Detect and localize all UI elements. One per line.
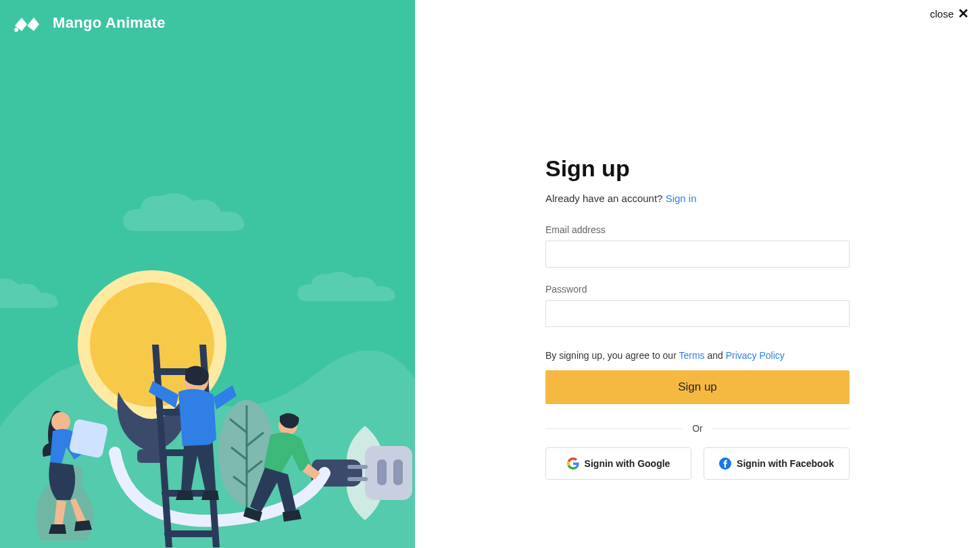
svg-rect-5	[365, 446, 412, 500]
divider-line-left	[545, 428, 683, 429]
google-icon	[567, 457, 579, 470]
illustration-scene	[0, 0, 415, 548]
agree-line: By signing up, you agree to our Terms an…	[545, 350, 850, 361]
already-account-text: Already have an account?	[545, 193, 666, 204]
svg-point-18	[51, 412, 70, 431]
email-label: Email address	[545, 224, 850, 235]
signin-link[interactable]: Sign in	[666, 193, 697, 204]
or-label: Or	[692, 423, 703, 434]
or-divider: Or	[545, 423, 850, 434]
form-panel: close ✕ Sign up Already have an account?…	[415, 0, 980, 548]
svg-rect-19	[68, 418, 108, 458]
facebook-signin-label: Signin with Facebook	[737, 458, 834, 469]
close-button[interactable]: close ✕	[930, 7, 969, 20]
email-field[interactable]	[545, 241, 850, 268]
svg-rect-8	[347, 465, 368, 469]
google-signin-label: Signin with Google	[585, 458, 670, 469]
signup-button[interactable]: Sign up	[545, 370, 850, 404]
svg-rect-7	[393, 459, 403, 485]
facebook-icon	[719, 457, 731, 470]
google-signin-button[interactable]: Signin with Google	[545, 447, 691, 480]
password-label: Password	[545, 284, 850, 295]
svg-rect-6	[377, 459, 387, 485]
terms-link[interactable]: Terms	[679, 350, 704, 361]
close-label: close	[930, 8, 954, 20]
already-account-line: Already have an account? Sign in	[545, 193, 850, 204]
social-buttons: Signin with Google Signin with Facebook	[545, 447, 850, 480]
signup-form: Sign up Already have an account? Sign in…	[545, 155, 850, 480]
agree-and: and	[705, 350, 726, 361]
close-icon: ✕	[958, 7, 969, 20]
facebook-signin-button[interactable]: Signin with Facebook	[704, 447, 850, 480]
privacy-link[interactable]: Privacy Policy	[726, 350, 785, 361]
illustration-panel: Mango Animate	[0, 0, 415, 548]
page-title: Sign up	[545, 155, 850, 182]
divider-line-right	[712, 428, 850, 429]
agree-prefix: By signing up, you agree to our	[545, 350, 679, 361]
password-field[interactable]	[545, 300, 850, 327]
svg-rect-9	[347, 477, 368, 481]
